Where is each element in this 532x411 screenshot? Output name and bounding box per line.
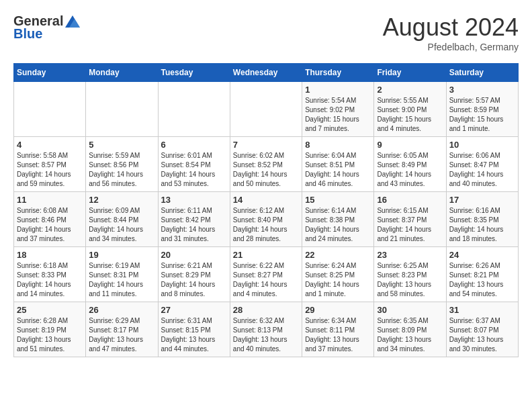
day-number: 11 [17,195,83,205]
calendar-cell: 10Sunrise: 6:06 AM Sunset: 8:47 PM Dayli… [446,137,518,192]
day-info: Sunrise: 6:32 AM Sunset: 8:13 PM Dayligh… [233,316,299,354]
day-header-thursday: Thursday [302,64,374,82]
day-number: 28 [233,305,299,315]
calendar-table: SundayMondayTuesdayWednesdayThursdayFrid… [13,63,519,357]
day-number: 1 [305,85,371,95]
day-info: Sunrise: 5:55 AM Sunset: 9:00 PM Dayligh… [377,96,443,134]
calendar-cell: 9Sunrise: 6:05 AM Sunset: 8:49 PM Daylig… [374,137,446,192]
calendar-cell: 27Sunrise: 6:31 AM Sunset: 8:15 PM Dayli… [158,302,230,357]
day-header-tuesday: Tuesday [158,64,230,82]
day-number: 3 [449,85,515,95]
calendar-week-3: 11Sunrise: 6:08 AM Sunset: 8:46 PM Dayli… [14,192,519,247]
calendar-cell: 17Sunrise: 6:16 AM Sunset: 8:35 PM Dayli… [446,192,518,247]
calendar-cell: 20Sunrise: 6:21 AM Sunset: 8:29 PM Dayli… [158,247,230,302]
calendar-cell: 19Sunrise: 6:19 AM Sunset: 8:31 PM Dayli… [86,247,158,302]
calendar-cell: 11Sunrise: 6:08 AM Sunset: 8:46 PM Dayli… [14,192,86,247]
day-number: 2 [377,85,443,95]
day-info: Sunrise: 5:59 AM Sunset: 8:56 PM Dayligh… [89,151,154,189]
calendar-cell: 16Sunrise: 6:15 AM Sunset: 8:37 PM Dayli… [374,192,446,247]
day-info: Sunrise: 6:19 AM Sunset: 8:31 PM Dayligh… [89,261,154,299]
calendar-cell: 5Sunrise: 5:59 AM Sunset: 8:56 PM Daylig… [86,137,158,192]
day-number: 7 [233,140,299,150]
day-info: Sunrise: 6:21 AM Sunset: 8:29 PM Dayligh… [161,261,227,299]
calendar-cell [86,82,158,137]
day-number: 20 [161,250,227,260]
calendar-cell: 29Sunrise: 6:34 AM Sunset: 8:11 PM Dayli… [302,302,374,357]
day-info: Sunrise: 5:57 AM Sunset: 8:59 PM Dayligh… [449,96,515,134]
day-number: 29 [305,305,371,315]
day-number: 19 [89,250,154,260]
day-info: Sunrise: 6:04 AM Sunset: 8:51 PM Dayligh… [305,151,371,189]
calendar-cell [158,82,230,137]
day-number: 25 [17,305,83,315]
day-info: Sunrise: 6:02 AM Sunset: 8:52 PM Dayligh… [233,151,299,189]
day-info: Sunrise: 6:34 AM Sunset: 8:11 PM Dayligh… [305,316,371,354]
day-header-wednesday: Wednesday [230,64,302,82]
day-info: Sunrise: 6:11 AM Sunset: 8:42 PM Dayligh… [161,206,227,244]
calendar-cell: 26Sunrise: 6:29 AM Sunset: 8:17 PM Dayli… [86,302,158,357]
calendar-header-row: SundayMondayTuesdayWednesdayThursdayFrid… [14,64,519,82]
day-number: 12 [89,195,154,205]
calendar-cell: 6Sunrise: 6:01 AM Sunset: 8:54 PM Daylig… [158,137,230,192]
day-info: Sunrise: 6:28 AM Sunset: 8:19 PM Dayligh… [17,316,83,354]
logo-blue: Blue [13,26,42,42]
day-info: Sunrise: 6:12 AM Sunset: 8:40 PM Dayligh… [233,206,299,244]
day-number: 18 [17,250,83,260]
calendar-cell: 22Sunrise: 6:24 AM Sunset: 8:25 PM Dayli… [302,247,374,302]
calendar-week-2: 4Sunrise: 5:58 AM Sunset: 8:57 PM Daylig… [14,137,519,192]
day-info: Sunrise: 6:31 AM Sunset: 8:15 PM Dayligh… [161,316,227,354]
calendar-cell: 12Sunrise: 6:09 AM Sunset: 8:44 PM Dayli… [86,192,158,247]
day-info: Sunrise: 6:26 AM Sunset: 8:21 PM Dayligh… [449,261,515,299]
calendar-cell: 13Sunrise: 6:11 AM Sunset: 8:42 PM Dayli… [158,192,230,247]
day-header-sunday: Sunday [14,64,86,82]
day-info: Sunrise: 6:18 AM Sunset: 8:33 PM Dayligh… [17,261,83,299]
day-number: 24 [449,250,515,260]
day-header-friday: Friday [374,64,446,82]
calendar-cell [230,82,302,137]
day-number: 14 [233,195,299,205]
day-info: Sunrise: 6:09 AM Sunset: 8:44 PM Dayligh… [89,206,154,244]
calendar-cell: 23Sunrise: 6:25 AM Sunset: 8:23 PM Dayli… [374,247,446,302]
day-info: Sunrise: 6:29 AM Sunset: 8:17 PM Dayligh… [89,316,154,354]
calendar-cell: 8Sunrise: 6:04 AM Sunset: 8:51 PM Daylig… [302,137,374,192]
day-number: 21 [233,250,299,260]
page-header: General Blue August 2024 Pfedelbach, Ger… [13,13,519,52]
calendar-week-4: 18Sunrise: 6:18 AM Sunset: 8:33 PM Dayli… [14,247,519,302]
day-number: 6 [161,140,227,150]
calendar-cell: 18Sunrise: 6:18 AM Sunset: 8:33 PM Dayli… [14,247,86,302]
day-number: 31 [449,305,515,315]
day-header-saturday: Saturday [446,64,518,82]
day-info: Sunrise: 6:08 AM Sunset: 8:46 PM Dayligh… [17,206,83,244]
day-number: 27 [161,305,227,315]
calendar-cell: 28Sunrise: 6:32 AM Sunset: 8:13 PM Dayli… [230,302,302,357]
calendar-cell: 24Sunrise: 6:26 AM Sunset: 8:21 PM Dayli… [446,247,518,302]
day-number: 13 [161,195,227,205]
day-info: Sunrise: 6:24 AM Sunset: 8:25 PM Dayligh… [305,261,371,299]
day-info: Sunrise: 6:05 AM Sunset: 8:49 PM Dayligh… [377,151,443,189]
day-info: Sunrise: 6:06 AM Sunset: 8:47 PM Dayligh… [449,151,515,189]
day-number: 10 [449,140,515,150]
logo-icon [65,15,80,28]
day-number: 16 [377,195,443,205]
day-number: 22 [305,250,371,260]
day-info: Sunrise: 6:35 AM Sunset: 8:09 PM Dayligh… [377,316,443,354]
day-number: 23 [377,250,443,260]
calendar-cell: 21Sunrise: 6:22 AM Sunset: 8:27 PM Dayli… [230,247,302,302]
day-info: Sunrise: 5:58 AM Sunset: 8:57 PM Dayligh… [17,151,83,189]
calendar-cell: 7Sunrise: 6:02 AM Sunset: 8:52 PM Daylig… [230,137,302,192]
day-header-monday: Monday [86,64,158,82]
day-number: 15 [305,195,371,205]
calendar-cell [14,82,86,137]
calendar-cell: 30Sunrise: 6:35 AM Sunset: 8:09 PM Dayli… [374,302,446,357]
day-info: Sunrise: 6:01 AM Sunset: 8:54 PM Dayligh… [161,151,227,189]
day-number: 8 [305,140,371,150]
title-area: August 2024 Pfedelbach, Germany [383,13,519,52]
calendar-cell: 25Sunrise: 6:28 AM Sunset: 8:19 PM Dayli… [14,302,86,357]
calendar-week-5: 25Sunrise: 6:28 AM Sunset: 8:19 PM Dayli… [14,302,519,357]
day-info: Sunrise: 6:15 AM Sunset: 8:37 PM Dayligh… [377,206,443,244]
day-info: Sunrise: 6:37 AM Sunset: 8:07 PM Dayligh… [449,316,515,354]
calendar-cell: 31Sunrise: 6:37 AM Sunset: 8:07 PM Dayli… [446,302,518,357]
day-info: Sunrise: 6:16 AM Sunset: 8:35 PM Dayligh… [449,206,515,244]
logo: General Blue [13,13,81,42]
calendar-cell: 14Sunrise: 6:12 AM Sunset: 8:40 PM Dayli… [230,192,302,247]
